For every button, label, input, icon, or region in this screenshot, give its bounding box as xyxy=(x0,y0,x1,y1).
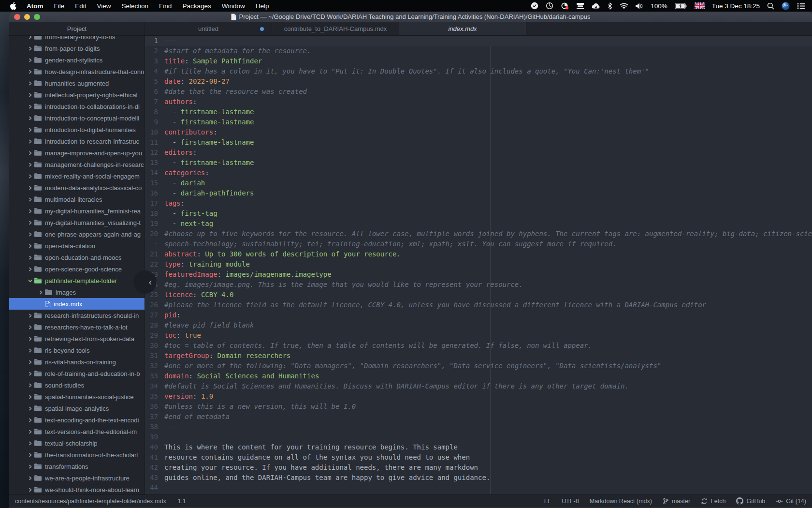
wifi-icon[interactable] xyxy=(620,3,628,9)
menu-find[interactable]: Find xyxy=(154,0,177,12)
assistant-icon[interactable] xyxy=(782,2,790,10)
tree-item-mixed-reality-and-social-engagem[interactable]: mixed-reality-and-social-engagem xyxy=(9,170,145,182)
tree-item-pathfinder-template-folder[interactable]: pathfinder-template-folder xyxy=(9,275,145,286)
status-github[interactable]: GitHub xyxy=(736,497,765,505)
tree-item-research-infrastructures-should-in[interactable]: research-infrastructures-should-in xyxy=(9,310,145,321)
tree-item-my-digital-humanities-visualizing-t[interactable]: my-digital-humanities_visualizing-t xyxy=(9,217,145,228)
chevron-right-icon[interactable] xyxy=(27,418,34,422)
code-line[interactable]: 20#choose up to five keywords for the re… xyxy=(145,229,812,239)
chevron-right-icon[interactable] xyxy=(27,221,34,225)
tree-item-intellectual-property-rights-ethical[interactable]: intellectual-property-rights-ethical xyxy=(9,89,145,101)
tree-item-sound-studies[interactable]: sound-studies xyxy=(9,379,145,391)
code-line[interactable]: 14categories: xyxy=(145,168,812,178)
menu-selection[interactable]: Selection xyxy=(116,0,154,12)
file-path[interactable]: contents/resources/pathfinder-template-f… xyxy=(15,498,166,505)
tree-item-introduction-to-digital-humanities[interactable]: introduction-to-digital-humanities xyxy=(9,124,145,135)
chevron-right-icon[interactable] xyxy=(27,406,34,411)
tree-item-from-literary-history-to-ris[interactable]: from-literary-history-to-ris xyxy=(9,36,145,43)
tree-item-we-are-a-people-infrastructure[interactable]: we-are-a-people-infrastructure xyxy=(9,472,145,484)
menu-edit[interactable]: Edit xyxy=(70,0,91,12)
code-line[interactable]: 24#eg. images/image.png. This is the ima… xyxy=(145,280,812,290)
apple-menu-icon[interactable] xyxy=(6,2,21,10)
chevron-right-icon[interactable] xyxy=(27,453,34,457)
stage-manager-icon[interactable] xyxy=(576,2,584,10)
tree-view-header[interactable]: Project xyxy=(9,22,145,35)
code-line[interactable]: 33domain: Social Sciences and Humanities xyxy=(145,371,812,381)
code-line[interactable]: 38--- xyxy=(145,422,812,432)
code-line[interactable]: 26#please the licence field as the defau… xyxy=(145,300,812,310)
code-line-wrapped[interactable]: ·speech-technology; sustainability; tei;… xyxy=(145,239,812,249)
code-line[interactable]: 13 - firstname-lastname xyxy=(145,158,812,168)
screen-record-icon[interactable] xyxy=(561,2,569,10)
code-line[interactable]: 5date: 2022-08-27 xyxy=(145,76,812,87)
control-center-icon[interactable] xyxy=(797,3,805,9)
chevron-right-icon[interactable] xyxy=(27,197,34,202)
chevron-right-icon[interactable] xyxy=(27,244,34,248)
status-master[interactable]: master xyxy=(663,498,690,505)
tree-item-ris-beyond-tools[interactable]: ris-beyond-tools xyxy=(9,344,145,356)
code-line[interactable]: 22type: training module xyxy=(145,259,812,269)
tree-item-multimodal-literacies[interactable]: multimodal-literacies xyxy=(9,194,145,205)
chevron-right-icon[interactable] xyxy=(27,360,34,364)
chevron-right-icon[interactable] xyxy=(27,255,34,260)
tree-item-introduction-to-research-infrastruc[interactable]: introduction-to-research-infrastruc xyxy=(9,135,145,147)
time-check-icon[interactable] xyxy=(531,2,538,10)
modified-indicator-dot[interactable] xyxy=(260,27,264,31)
tree-view-panel[interactable]: from-literary-history-to-risfrom-paper-t… xyxy=(9,36,145,494)
chevron-right-icon[interactable] xyxy=(27,325,34,329)
tree-item-how-design-infrastructure-that-conn[interactable]: how-design-infrastructure-that-conn xyxy=(9,66,145,77)
code-line[interactable]: 30#toc = table of contents. If true, the… xyxy=(145,341,812,351)
code-line[interactable]: 34#default is Social Sciences and Humani… xyxy=(145,381,812,391)
code-line[interactable]: 12editors: xyxy=(145,148,812,158)
tree-item-open-data-citation[interactable]: open-data-citation xyxy=(9,240,145,252)
tree-item-manage-improve-and-open-up-you[interactable]: manage-improve-and-open-up-you xyxy=(9,147,145,159)
cursor-position[interactable]: 1:1 xyxy=(178,498,186,505)
code-line[interactable]: 37#end of metadata xyxy=(145,412,812,422)
tab-index-mdx[interactable]: index.mdx xyxy=(399,22,526,35)
tree-item-humanities-augmented[interactable]: humanities-augmented xyxy=(9,77,145,89)
tree-item-gender-and-stylistics[interactable]: gender-and-stylistics xyxy=(9,54,145,66)
cloud-sync-icon[interactable] xyxy=(592,2,600,9)
code-line[interactable]: 23featuredImage: images/imagename.imaget… xyxy=(145,269,812,280)
code-line[interactable]: 21abstract: Up to 300 words of descripti… xyxy=(145,249,812,259)
tree-item-introduction-to-conceptual-modelli[interactable]: introduction-to-conceptual-modelli xyxy=(9,112,145,124)
chevron-right-icon[interactable] xyxy=(27,383,34,388)
tree-item-role-of-training-and-education-in-b[interactable]: role-of-training-and-education-in-b xyxy=(9,368,145,379)
code-line[interactable]: 39 xyxy=(145,432,812,442)
code-line[interactable]: 8 - firstname-lastname xyxy=(145,107,812,117)
tree-item-one-phrase-appears-again-and-ag[interactable]: one-phrase-appears-again-and-ag xyxy=(9,228,145,240)
chevron-right-icon[interactable] xyxy=(27,395,34,399)
code-line[interactable]: 6#date that the resource was created xyxy=(145,87,812,97)
tree-item-introduction-to-collaborations-in-di[interactable]: introduction-to-collaborations-in-di xyxy=(9,101,145,112)
chevron-right-icon[interactable] xyxy=(27,372,34,376)
chevron-right-icon[interactable] xyxy=(27,139,34,144)
tree-item-my-digital-humanities-feminist-rea[interactable]: my-digital-humanities_feminist-rea xyxy=(9,205,145,217)
chevron-right-icon[interactable] xyxy=(27,337,34,341)
chevron-right-icon[interactable] xyxy=(27,93,34,97)
tree-item-spatial-image-analytics[interactable]: spatial-image-analytics xyxy=(9,403,145,414)
input-flag-icon[interactable] xyxy=(695,2,705,9)
chevron-right-icon[interactable] xyxy=(27,116,34,120)
tree-item-textual-scholarship[interactable]: textual-scholarship xyxy=(9,437,145,449)
chevron-right-icon[interactable] xyxy=(27,36,34,39)
battery-icon[interactable] xyxy=(675,3,687,9)
menu-bar-clock[interactable]: Tue 3 Dec 18:25 xyxy=(712,2,760,10)
code-line[interactable]: 40This is where the content for your tra… xyxy=(145,442,812,452)
tree-item-ris-vital-hands-on-training[interactable]: ris-vital-hands-on-training xyxy=(9,356,145,368)
chevron-right-icon[interactable] xyxy=(27,58,34,62)
tree-item-index-mdx[interactable]: index.mdx xyxy=(9,298,145,310)
code-line[interactable]: 19 - next-tag xyxy=(145,219,812,229)
chevron-down-icon[interactable] xyxy=(27,279,34,283)
chevron-right-icon[interactable] xyxy=(27,46,34,51)
code-line[interactable]: 9 - firstname-lastname xyxy=(145,117,812,127)
tree-item-from-paper-to-digits[interactable]: from-paper-to-digits xyxy=(9,43,145,54)
menu-help[interactable]: Help xyxy=(250,0,275,12)
code-line[interactable]: 42creating your resource. If you have ad… xyxy=(145,463,812,473)
chevron-right-icon[interactable] xyxy=(27,70,34,74)
tree-item-images[interactable]: images xyxy=(9,286,145,298)
minimize-button[interactable] xyxy=(24,14,30,20)
tree-view-toggle-handle[interactable]: ‹ xyxy=(133,270,157,294)
code-line[interactable]: 11 - firstname-lastname xyxy=(145,137,812,148)
tab-contribute-to-dariah-campus-mdx[interactable]: contribute_to_DARIAH-Campus.mdx xyxy=(272,22,399,35)
tree-item-open-science-good-science[interactable]: open-science-good-science xyxy=(9,263,145,275)
